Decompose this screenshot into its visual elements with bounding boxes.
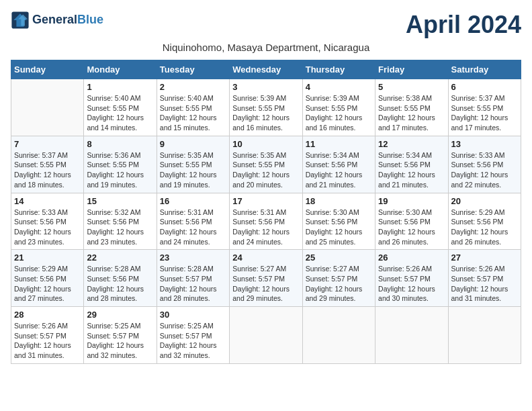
calendar-table: SundayMondayTuesdayWednesdayThursdayFrid… (11, 60, 521, 364)
calendar-cell: 6Sunrise: 5:37 AM Sunset: 5:55 PM Daylig… (448, 79, 521, 136)
day-info: Sunrise: 5:40 AM Sunset: 5:55 PM Dayligh… (160, 93, 226, 133)
day-number: 23 (160, 253, 226, 263)
calendar-cell: 14Sunrise: 5:33 AM Sunset: 5:56 PM Dayli… (11, 193, 84, 250)
day-number: 21 (14, 253, 81, 263)
calendar-cell: 13Sunrise: 5:33 AM Sunset: 5:56 PM Dayli… (448, 136, 521, 193)
day-number: 6 (451, 82, 518, 92)
calendar-week-row: 7Sunrise: 5:37 AM Sunset: 5:55 PM Daylig… (11, 136, 521, 193)
calendar-cell: 24Sunrise: 5:27 AM Sunset: 5:57 PM Dayli… (230, 250, 302, 307)
calendar-cell: 18Sunrise: 5:30 AM Sunset: 5:56 PM Dayli… (302, 193, 375, 250)
day-number: 28 (14, 310, 81, 320)
day-info: Sunrise: 5:37 AM Sunset: 5:55 PM Dayligh… (451, 93, 518, 133)
day-number: 18 (306, 196, 372, 206)
calendar-cell (302, 307, 375, 364)
calendar-week-row: 21Sunrise: 5:29 AM Sunset: 5:56 PM Dayli… (11, 250, 521, 307)
weekday-header: Saturday (448, 60, 521, 79)
day-number: 7 (14, 139, 81, 149)
day-info: Sunrise: 5:26 AM Sunset: 5:57 PM Dayligh… (378, 264, 445, 304)
calendar-cell: 28Sunrise: 5:26 AM Sunset: 5:57 PM Dayli… (11, 307, 84, 364)
calendar-cell: 20Sunrise: 5:29 AM Sunset: 5:56 PM Dayli… (448, 193, 521, 250)
day-number: 1 (87, 82, 153, 92)
calendar-cell (448, 307, 521, 364)
day-number: 29 (87, 310, 153, 320)
day-number: 26 (378, 253, 445, 263)
weekday-header: Tuesday (157, 60, 229, 79)
day-info: Sunrise: 5:33 AM Sunset: 5:56 PM Dayligh… (451, 150, 518, 190)
day-number: 22 (87, 253, 153, 263)
calendar-cell: 17Sunrise: 5:31 AM Sunset: 5:56 PM Dayli… (230, 193, 302, 250)
day-number: 5 (378, 82, 445, 92)
day-info: Sunrise: 5:29 AM Sunset: 5:56 PM Dayligh… (14, 264, 81, 304)
calendar-cell: 27Sunrise: 5:26 AM Sunset: 5:57 PM Dayli… (448, 250, 521, 307)
weekday-header: Monday (84, 60, 157, 79)
day-info: Sunrise: 5:27 AM Sunset: 5:57 PM Dayligh… (306, 264, 372, 304)
calendar-cell: 22Sunrise: 5:28 AM Sunset: 5:56 PM Dayli… (84, 250, 157, 307)
day-number: 11 (306, 139, 372, 149)
day-info: Sunrise: 5:25 AM Sunset: 5:57 PM Dayligh… (160, 321, 226, 361)
day-info: Sunrise: 5:26 AM Sunset: 5:57 PM Dayligh… (14, 321, 81, 361)
day-info: Sunrise: 5:37 AM Sunset: 5:55 PM Dayligh… (14, 150, 81, 190)
day-info: Sunrise: 5:25 AM Sunset: 5:57 PM Dayligh… (87, 321, 153, 361)
calendar-cell: 26Sunrise: 5:26 AM Sunset: 5:57 PM Dayli… (375, 250, 448, 307)
calendar-cell: 10Sunrise: 5:35 AM Sunset: 5:55 PM Dayli… (230, 136, 302, 193)
weekday-header: Sunday (11, 60, 84, 79)
day-info: Sunrise: 5:28 AM Sunset: 5:56 PM Dayligh… (87, 264, 153, 304)
calendar-cell: 19Sunrise: 5:30 AM Sunset: 5:56 PM Dayli… (375, 193, 448, 250)
day-number: 27 (451, 253, 518, 263)
day-info: Sunrise: 5:32 AM Sunset: 5:56 PM Dayligh… (87, 208, 153, 247)
calendar-cell: 15Sunrise: 5:32 AM Sunset: 5:56 PM Dayli… (84, 193, 157, 250)
day-number: 2 (160, 82, 226, 92)
weekday-header: Wednesday (230, 60, 302, 79)
day-info: Sunrise: 5:27 AM Sunset: 5:57 PM Dayligh… (232, 264, 299, 304)
day-info: Sunrise: 5:40 AM Sunset: 5:55 PM Dayligh… (87, 93, 153, 133)
day-info: Sunrise: 5:38 AM Sunset: 5:55 PM Dayligh… (378, 93, 445, 133)
day-info: Sunrise: 5:36 AM Sunset: 5:55 PM Dayligh… (87, 150, 153, 190)
logo-text: GeneralBlue (32, 13, 103, 27)
day-info: Sunrise: 5:35 AM Sunset: 5:55 PM Dayligh… (232, 150, 299, 190)
day-info: Sunrise: 5:28 AM Sunset: 5:57 PM Dayligh… (160, 264, 226, 304)
weekday-header: Friday (375, 60, 448, 79)
weekday-header-row: SundayMondayTuesdayWednesdayThursdayFrid… (11, 60, 521, 79)
weekday-header: Thursday (302, 60, 375, 79)
day-info: Sunrise: 5:30 AM Sunset: 5:56 PM Dayligh… (378, 208, 445, 247)
day-number: 10 (232, 139, 299, 149)
day-info: Sunrise: 5:26 AM Sunset: 5:57 PM Dayligh… (451, 264, 518, 304)
calendar-cell (230, 307, 302, 364)
day-info: Sunrise: 5:39 AM Sunset: 5:55 PM Dayligh… (306, 93, 372, 133)
day-info: Sunrise: 5:33 AM Sunset: 5:56 PM Dayligh… (14, 208, 81, 247)
day-info: Sunrise: 5:31 AM Sunset: 5:56 PM Dayligh… (232, 208, 299, 247)
day-info: Sunrise: 5:31 AM Sunset: 5:56 PM Dayligh… (160, 208, 226, 247)
calendar-cell: 5Sunrise: 5:38 AM Sunset: 5:55 PM Daylig… (375, 79, 448, 136)
day-number: 17 (232, 196, 299, 206)
calendar-cell: 12Sunrise: 5:34 AM Sunset: 5:56 PM Dayli… (375, 136, 448, 193)
calendar-cell: 30Sunrise: 5:25 AM Sunset: 5:57 PM Dayli… (157, 307, 229, 364)
calendar-cell: 3Sunrise: 5:39 AM Sunset: 5:55 PM Daylig… (230, 79, 302, 136)
day-number: 25 (306, 253, 372, 263)
calendar-week-row: 14Sunrise: 5:33 AM Sunset: 5:56 PM Dayli… (11, 193, 521, 250)
day-info: Sunrise: 5:35 AM Sunset: 5:55 PM Dayligh… (160, 150, 226, 190)
day-info: Sunrise: 5:29 AM Sunset: 5:56 PM Dayligh… (451, 208, 518, 247)
day-number: 13 (451, 139, 518, 149)
calendar-cell: 16Sunrise: 5:31 AM Sunset: 5:56 PM Dayli… (157, 193, 229, 250)
calendar-week-row: 1Sunrise: 5:40 AM Sunset: 5:55 PM Daylig… (11, 79, 521, 136)
month-title: April 2024 (406, 11, 521, 39)
day-number: 9 (160, 139, 226, 149)
calendar-cell: 7Sunrise: 5:37 AM Sunset: 5:55 PM Daylig… (11, 136, 84, 193)
day-number: 12 (378, 139, 445, 149)
calendar-cell: 2Sunrise: 5:40 AM Sunset: 5:55 PM Daylig… (157, 79, 229, 136)
day-info: Sunrise: 5:34 AM Sunset: 5:56 PM Dayligh… (306, 150, 372, 190)
calendar-cell (375, 307, 448, 364)
day-number: 19 (378, 196, 445, 206)
calendar-cell: 8Sunrise: 5:36 AM Sunset: 5:55 PM Daylig… (84, 136, 157, 193)
day-number: 14 (14, 196, 81, 206)
day-number: 24 (232, 253, 299, 263)
day-number: 20 (451, 196, 518, 206)
calendar-cell: 21Sunrise: 5:29 AM Sunset: 5:56 PM Dayli… (11, 250, 84, 307)
logo-icon (11, 11, 30, 30)
subtitle: Niquinohomo, Masaya Department, Nicaragu… (11, 42, 521, 53)
day-number: 15 (87, 196, 153, 206)
logo: GeneralBlue (11, 11, 103, 30)
calendar-cell: 29Sunrise: 5:25 AM Sunset: 5:57 PM Dayli… (84, 307, 157, 364)
day-number: 3 (232, 82, 299, 92)
calendar-cell: 23Sunrise: 5:28 AM Sunset: 5:57 PM Dayli… (157, 250, 229, 307)
